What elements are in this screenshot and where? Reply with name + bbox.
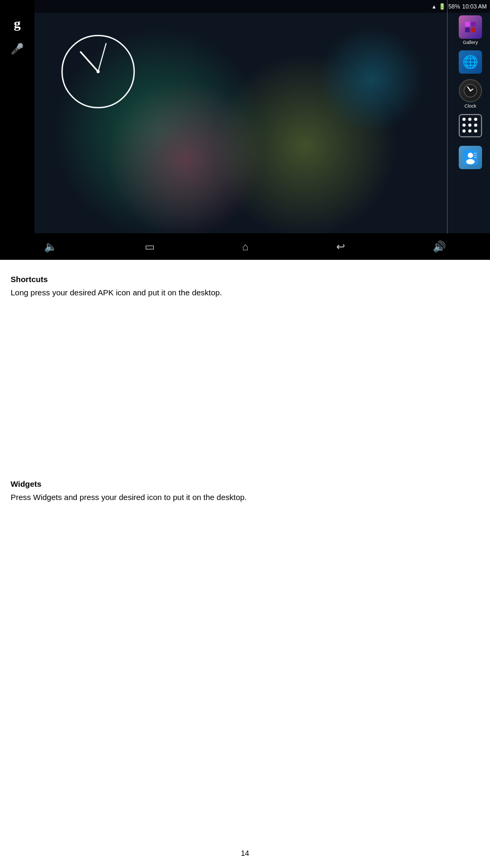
shortcuts-section: Shortcuts Long press your desired APK ic… [11,275,479,299]
widgets-title: Widgets [11,479,479,488]
svg-point-14 [466,159,475,164]
widgets-body: Press Widgets and press your desired ico… [11,492,479,504]
content-area: Shortcuts Long press your desired APK ic… [0,260,490,503]
apps-grid-bg [459,114,482,137]
status-bar: ▲ 🔋 58% 10:03 AM [34,0,490,13]
clock-widget [58,32,143,117]
svg-point-13 [468,153,473,158]
apps-grid-dots [462,118,478,134]
svg-line-1 [81,52,98,72]
widgets-section: Widgets Press Widgets and press your des… [11,479,479,504]
shortcuts-title: Shortcuts [11,275,479,284]
clock-face-svg [58,32,138,111]
back-icon[interactable]: ↩ [336,240,345,253]
battery-percent: 58% [448,3,460,10]
clock-app-svg [463,83,478,98]
contacts-app-icon[interactable] [455,142,486,173]
globe-icon-bg: 🌐 [459,50,482,74]
svg-rect-4 [465,22,470,27]
right-app-icons: Gallery 🌐 Clock [455,15,486,173]
svg-rect-6 [465,28,470,32]
battery-icon: 🔋 [439,3,446,10]
clock-app-icon[interactable]: Clock [455,78,486,109]
globe-emoji: 🌐 [462,55,478,69]
svg-rect-7 [471,28,476,32]
google-icon[interactable]: g [10,16,25,32]
volume-up-icon[interactable]: 🔊 [433,240,446,253]
time-display: 10:03 AM [462,3,487,10]
home-icon[interactable]: ⌂ [242,241,249,253]
microphone-icon[interactable]: 🎤 [11,42,24,55]
svg-line-2 [98,43,106,72]
gallery-app-icon[interactable]: Gallery [455,15,486,46]
signal-icon: ▲ [432,4,437,10]
recent-apps-icon[interactable]: ▭ [145,240,155,253]
svg-point-11 [470,90,471,92]
clock-icon-bg [459,79,482,102]
navigation-bar: 🔈 ▭ ⌂ ↩ 🔊 [0,233,490,260]
volume-down-icon[interactable]: 🔈 [44,240,57,253]
apps-grid-button[interactable] [455,110,486,141]
shortcuts-body: Long press your desired APK icon and put… [11,287,479,299]
browser-app-icon[interactable]: 🌐 [455,47,486,77]
contacts-icon-bg [459,146,482,169]
clock-label: Clock [465,103,477,109]
android-screenshot: ▲ 🔋 58% 10:03 AM g 🎤 [0,0,490,260]
gallery-label: Gallery [463,40,478,45]
vertical-divider [447,0,448,260]
gallery-icon-bg [459,15,482,39]
svg-rect-5 [471,22,476,27]
page-number: 14 [0,849,490,857]
contacts-icon-svg [463,150,478,165]
left-strip: g 🎤 [0,0,34,233]
gallery-icon-svg [464,21,477,33]
svg-point-3 [97,70,100,73]
